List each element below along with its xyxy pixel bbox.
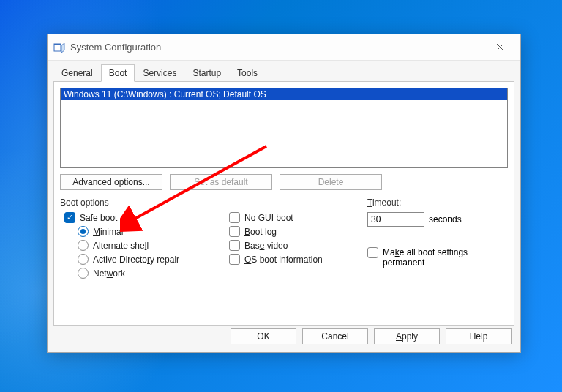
button-label: Set as default — [194, 177, 247, 187]
checkbox-icon — [229, 254, 240, 265]
radio-label: Active Directory repair — [93, 255, 179, 265]
advanced-options-button[interactable]: Advanced options... — [60, 174, 162, 190]
boot-options-group: Boot options ✓ Safe boot Minimal Alterna… — [60, 197, 508, 280]
tab-strip: General Boot Services Startup Tools — [48, 61, 520, 81]
cancel-button[interactable]: Cancel — [302, 328, 368, 344]
os-list[interactable]: Windows 11 (C:\Windows) : Current OS; De… — [60, 88, 508, 168]
radio-icon — [78, 240, 89, 251]
radio-label: Alternate shell — [93, 241, 149, 251]
radio-label: Minimal — [93, 227, 123, 237]
help-button[interactable]: Help — [446, 328, 512, 344]
tab-services[interactable]: Services — [135, 64, 184, 82]
radio-icon — [78, 268, 89, 279]
ok-button[interactable]: OK — [231, 328, 296, 344]
alternate-shell-radio[interactable]: Alternate shell — [60, 238, 225, 252]
make-permanent-checkbox[interactable]: Make all boot settings permanent — [367, 247, 508, 268]
timeout-label: Timeout: — [367, 197, 508, 209]
titlebar: System Configuration — [48, 34, 520, 61]
delete-button: Delete — [280, 174, 382, 190]
tab-startup[interactable]: Startup — [184, 64, 229, 82]
ad-repair-radio[interactable]: Active Directory repair — [60, 252, 225, 266]
tab-general[interactable]: General — [53, 64, 101, 82]
minimal-radio[interactable]: Minimal — [60, 225, 225, 238]
window-title: System Configuration — [70, 42, 161, 53]
os-list-entry[interactable]: Windows 11 (C:\Windows) : Current OS; De… — [61, 88, 507, 100]
set-as-default-button: Set as default — [170, 174, 272, 190]
close-button[interactable] — [485, 37, 514, 58]
checkbox-icon — [229, 212, 240, 223]
checkbox-label: Base video — [244, 241, 288, 251]
close-icon — [496, 43, 504, 51]
app-icon — [53, 42, 65, 53]
tab-tools[interactable]: Tools — [229, 64, 266, 82]
timeout-input[interactable] — [367, 212, 424, 227]
timeout-unit: seconds — [429, 214, 462, 225]
checkbox-icon: ✓ — [64, 212, 75, 223]
msconfig-window: System Configuration General Boot Servic… — [47, 34, 521, 353]
apply-button[interactable]: Apply — [374, 328, 440, 344]
safe-boot-checkbox[interactable]: ✓ Safe boot — [60, 211, 225, 225]
tab-boot[interactable]: Boot — [101, 64, 135, 82]
radio-icon — [78, 254, 89, 265]
timeout-column: Timeout: seconds Make all boot settings … — [367, 211, 508, 280]
checkbox-label: No GUI boot — [244, 213, 293, 223]
checkbox-label: Safe boot — [80, 213, 117, 223]
button-label: Advanced options... — [72, 177, 149, 187]
button-label: Delete — [318, 177, 344, 187]
boot-options-col1: ✓ Safe boot Minimal Alternate shell Acti… — [60, 211, 225, 280]
checkbox-icon — [229, 240, 240, 251]
checkbox-label: Make all boot settings permanent — [383, 247, 471, 268]
boot-options-col2: No GUI boot Boot log Base video OS boot … — [225, 211, 367, 280]
boot-log-checkbox[interactable]: Boot log — [225, 225, 367, 238]
checkbox-icon — [229, 226, 240, 237]
svg-rect-1 — [54, 44, 61, 45]
no-gui-boot-checkbox[interactable]: No GUI boot — [225, 211, 367, 225]
boot-button-row: Advanced options... Set as default Delet… — [60, 174, 508, 190]
radio-icon — [78, 226, 89, 237]
checkbox-icon — [367, 247, 378, 258]
checkbox-label: Boot log — [244, 227, 277, 237]
tab-panel-boot: Windows 11 (C:\Windows) : Current OS; De… — [53, 81, 514, 326]
base-video-checkbox[interactable]: Base video — [225, 238, 367, 252]
checkbox-label: OS boot information — [244, 255, 323, 265]
os-boot-info-checkbox[interactable]: OS boot information — [225, 252, 367, 266]
dialog-footer: OK Cancel Apply Help — [231, 328, 512, 344]
network-radio[interactable]: Network — [60, 266, 225, 280]
radio-label: Network — [93, 268, 125, 279]
